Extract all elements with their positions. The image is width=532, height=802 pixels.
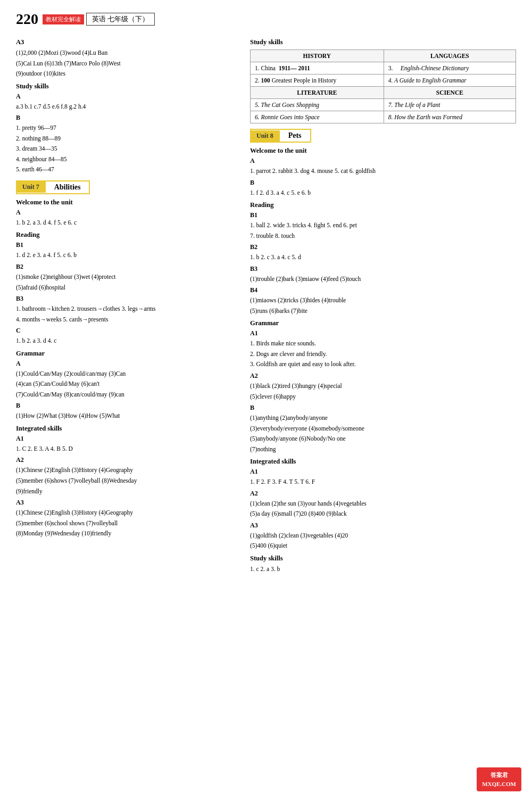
right-b1-title: B1 — [250, 211, 516, 219]
left-b2-line2: (5)afraid (6)hospital — [16, 283, 239, 293]
unit7-banner: Unit 7 Abilities — [16, 180, 90, 194]
a3-title: A3 — [16, 38, 239, 46]
left-b3-line2: 4. months→weeks 5. cards→presents — [16, 315, 239, 325]
left-b3-line1: 1. bathroom→kitchen 2. trousers→clothes … — [16, 304, 239, 315]
left-int-a3-line3: (8)Monday (9)Wednesday (10)friendly — [16, 528, 239, 539]
right-int-a1-line: 1. F 2. F 3. F 4. T 5. T 6. F — [250, 477, 516, 487]
right-grammar-b-line3: (5)anybody/anyone (6)Nobody/No one — [250, 434, 516, 444]
left-column: A3 (1)2,000 (2)Mozi (3)wood (4)Lu Ban (5… — [16, 35, 239, 575]
unit7-label: Unit 7 — [17, 181, 46, 193]
left-grammar-b: B — [16, 402, 239, 410]
left-int-a2-line1: (1)Chinese (2)English (3)History (4)Geog… — [16, 465, 239, 476]
watermark-line1: 答案君 — [482, 771, 516, 780]
right-b1-line1: 1. ball 2. wide 3. tricks 4. fight 5. en… — [250, 220, 516, 231]
page-header: 220 教材完全解读 英语 七年级（下） — [16, 11, 516, 28]
right-study-skills-title: Study skills — [250, 38, 516, 46]
right-int-a3-line2: (5)400 (6)quiet — [250, 541, 516, 551]
table-cell-1-2: 3. English-Chinese Dictionary — [384, 62, 516, 75]
left-b-line2: 2. nothing 88—89 — [16, 134, 239, 144]
right-welcome-b: B — [250, 179, 516, 187]
left-int-a2: A2 — [16, 456, 239, 464]
right-welcome-a: A — [250, 157, 516, 165]
a3-line1: (1)2,000 (2)Mozi (3)wood (4)Lu Ban — [16, 48, 239, 59]
left-b2-title: B2 — [16, 263, 239, 271]
right-grammar-a2: A2 — [250, 372, 516, 380]
left-c-title: C — [16, 327, 239, 335]
left-int-a2-line2: (5)member (6)shows (7)volleyball (8)Wedn… — [16, 476, 239, 486]
right-welcome-b-line: 1. f 2. d 3. a 4. c 5. e 6. b — [250, 188, 516, 199]
table-cell-3-2: 7. The Life of a Plant — [384, 99, 516, 111]
unit8-banner: Unit 8 Pets — [250, 129, 311, 143]
left-study-skills-title: Study skills — [16, 82, 239, 90]
left-a-line: a.3 b.1 c.7 d.5 e.6 f.8 g.2 h.4 — [16, 102, 239, 112]
left-b-line5: 5. earth 46—47 — [16, 164, 239, 175]
left-int-a1-line: 1. C 2. E 3. A 4. B 5. D — [16, 444, 239, 454]
right-int-a2-line2: (5)a day (6)small (7)20 (8)400 (9)black — [250, 509, 516, 519]
right-study-skills-title2: Study skills — [250, 555, 516, 563]
left-reading-title: Reading — [16, 231, 239, 239]
left-welcome-a: A — [16, 209, 239, 217]
right-int-a1: A1 — [250, 468, 516, 476]
right-study-skills-line: 1. c 2. a 3. b — [250, 564, 516, 575]
right-int-a3: A3 — [250, 522, 516, 530]
table-cell-4-2: 8. How the Earth was Formed — [384, 111, 516, 123]
left-b3-title: B3 — [16, 295, 239, 303]
right-b4-title: B4 — [250, 286, 516, 294]
table-header-science: SCIENCE — [384, 87, 516, 99]
left-b-line3: 3. dream 34—35 — [16, 144, 239, 154]
unit8-name: Pets — [280, 130, 310, 142]
left-welcome-title: Welcome to the unit — [16, 199, 239, 206]
unit8-label: Unit 8 — [251, 130, 280, 142]
right-column: Study skills HISTORY LANGUAGES 1. China … — [250, 35, 516, 575]
right-b3-line: (1)trouble (2)bark (3)miaow (4)feed (5)t… — [250, 274, 516, 285]
main-content: A3 (1)2,000 (2)Mozi (3)wood (4)Lu Ban (5… — [16, 35, 516, 575]
table-cell-2-2: 4. A Guide to English Grammar — [384, 75, 516, 87]
right-reading-title: Reading — [250, 201, 516, 209]
left-grammar-a-line2: (4)can (5)Can/Could/May (6)can't — [16, 379, 239, 390]
table-cell-4-1: 6. Ronnie Goes into Space — [251, 111, 384, 123]
left-b-line4: 4. neighbour 84—85 — [16, 154, 239, 165]
study-skills-table: HISTORY LANGUAGES 1. China 1911— 2011 3.… — [250, 49, 516, 123]
left-b2-line1: (1)smoke (2)neighbour (3)wet (4)protect — [16, 272, 239, 283]
left-c-line: 1. b 2. a 3. d 4. c — [16, 336, 239, 346]
right-grammar-b-line2: (3)everybody/everyone (4)somebody/someon… — [250, 424, 516, 434]
left-int-a3: A3 — [16, 499, 239, 507]
table-cell-1-1: 1. China 1911— 2011 — [251, 62, 384, 75]
right-welcome-a-line: 1. parrot 2. rabbit 3. dog 4. mouse 5. c… — [250, 166, 516, 177]
right-grammar-a2-line1: (1)black (2)tired (3)hungry (4)special — [250, 381, 516, 392]
right-grammar-a1-line2: 2. Dogs are clever and friendly. — [250, 349, 516, 360]
table-header-history: HISTORY — [251, 50, 384, 62]
left-integrated-title: Integrated skills — [16, 425, 239, 433]
left-grammar-title: Grammar — [16, 350, 239, 358]
right-welcome-title: Welcome to the unit — [250, 147, 516, 155]
right-grammar-a2-line2: (5)clever (6)happy — [250, 392, 516, 402]
table-cell-3-1: 5. The Cat Goes Shopping — [251, 99, 384, 111]
right-grammar-a1-line1: 1. Birds make nice sounds. — [250, 338, 516, 349]
left-int-a3-line1: (1)Chinese (2)English (3)History (4)Geog… — [16, 508, 239, 518]
left-grammar-a-line3: (7)Could/Can/May (8)can/could/may (9)can — [16, 390, 239, 400]
right-grammar-a1-line3: 3. Goldfish are quiet and easy to look a… — [250, 359, 516, 370]
header-badge: 教材完全解读 — [43, 14, 84, 24]
left-int-a1: A1 — [16, 435, 239, 443]
right-b1-line2: 7. trouble 8. touch — [250, 231, 516, 242]
table-header-literature: LITERATURE — [251, 87, 384, 99]
left-welcome-a-line: 1. b 2. a 3. d 4. f 5. e 6. c — [16, 218, 239, 228]
left-b-line1: 1. pretty 96—97 — [16, 123, 239, 134]
left-section-b: B — [16, 114, 239, 122]
right-b3-title: B3 — [250, 265, 516, 273]
table-header-languages: LANGUAGES — [384, 50, 516, 62]
right-int-a3-line1: (1)goldfish (2)clean (3)vegetables (4)20 — [250, 531, 516, 541]
right-b4-line1: (1)miaows (2)tricks (3)hides (4)trouble — [250, 295, 516, 306]
left-b1-title: B1 — [16, 241, 239, 249]
watermark: 答案君 MXQE.COM — [477, 767, 521, 791]
right-integrated-title: Integrated skills — [250, 458, 516, 466]
unit7-name: Abilities — [46, 181, 89, 193]
left-section-a: A — [16, 93, 239, 101]
left-grammar-a: A — [16, 360, 239, 368]
a3-line3: (9)outdoor (10)kites — [16, 69, 239, 79]
left-grammar-a-line1: (1)Could/Can/May (2)could/can/may (3)Can — [16, 369, 239, 379]
left-int-a3-line2: (5)member (6)school shows (7)volleyball — [16, 518, 239, 529]
right-grammar-a1: A1 — [250, 329, 516, 337]
right-grammar-title: Grammar — [250, 319, 516, 327]
left-b1-line: 1. d 2. e 3. a 4. f 5. c 6. b — [16, 250, 239, 261]
